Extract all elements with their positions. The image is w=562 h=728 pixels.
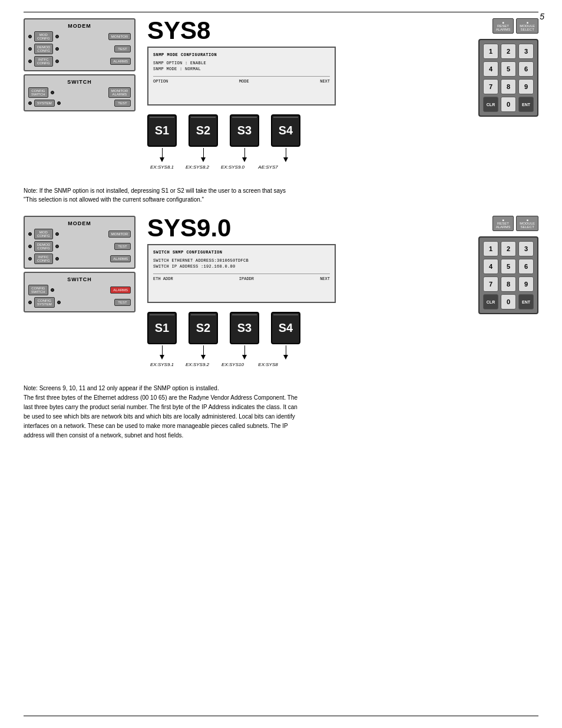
sys8-modem-rows: MODCONFG MONITOR DEMODCONFG TEST: [28, 31, 131, 67]
alarms-btn[interactable]: ALARMS: [110, 58, 131, 65]
demod-config-btn[interactable]: DEMODCONFG: [34, 44, 53, 54]
key-9[interactable]: 9: [518, 79, 534, 94]
test-btn[interactable]: TEST: [114, 45, 131, 52]
key-5[interactable]: 5: [501, 61, 516, 77]
test-btn3[interactable]: TEST: [114, 299, 131, 306]
note2-line6: address will then consist of a network, …: [24, 431, 471, 440]
sys8-screen-line2: SNMP MODE : NORMAL: [153, 67, 330, 71]
arrow-line: [286, 148, 286, 157]
panel-row: SYSTEM TEST: [28, 100, 131, 107]
key-clr[interactable]: CLR: [483, 97, 498, 112]
arrow-line: [162, 148, 163, 157]
sys9-title: SYS9.0: [147, 216, 231, 241]
sys8-ex4: AE:SYS7: [253, 164, 283, 170]
key-ent[interactable]: ENT: [518, 97, 534, 112]
key-9b[interactable]: 9: [518, 276, 534, 292]
test-btn2[interactable]: TEST: [114, 243, 131, 250]
demod-config-btn2[interactable]: DEMODCONFG: [34, 241, 53, 252]
arrow-line: [203, 148, 204, 157]
alarms-btn3[interactable]: ALARMS: [110, 286, 131, 294]
sys9-right-panel: ■RESETALARMS ■MODULESELECT 1 2 3 4 5: [462, 216, 538, 314]
sys8-s2-button[interactable]: S2: [189, 114, 218, 147]
key-clrb[interactable]: CLR: [483, 294, 498, 309]
key-8[interactable]: 8: [501, 79, 516, 94]
sys8-bottom-mode: MODE: [239, 79, 249, 84]
panel-row: INTFCCONFG ALARMS: [28, 253, 131, 264]
dot: [28, 232, 32, 236]
key-6[interactable]: 6: [518, 61, 534, 77]
key-3[interactable]: 3: [518, 44, 534, 59]
monitor-btn[interactable]: MONITOR: [108, 33, 131, 40]
sys9-s4-button[interactable]: S4: [271, 312, 300, 344]
intfc-config-btn[interactable]: INTFCCONFG: [34, 56, 53, 67]
dot: [28, 60, 32, 63]
config-switch-btn2[interactable]: CONFIGSWITCH: [28, 285, 48, 295]
dot: [55, 245, 59, 248]
key-4b[interactable]: 4: [483, 259, 498, 274]
monitor-alarms-btn[interactable]: MONITORALARMS: [108, 87, 131, 98]
dot: [28, 35, 32, 38]
monitor-btn2[interactable]: MONITOR: [108, 230, 131, 238]
key-2b[interactable]: 2: [501, 241, 516, 256]
note1-line2: "This selection is not allowed with the …: [24, 196, 204, 203]
sys8-screen-line1: SNMP OPTION : ENABLE: [153, 61, 330, 65]
config-switch-btn[interactable]: CONFIGSWITCH: [28, 87, 48, 98]
dot: [51, 288, 54, 292]
sys9-reset-alarms-btn[interactable]: ■RESETALARMS: [492, 216, 514, 231]
note2-line5: interfaces on a network. These can be us…: [24, 421, 471, 431]
sys9-ex3: EX:SYS10: [218, 362, 247, 367]
sys9-s3-arrow: [242, 345, 247, 360]
key-7b[interactable]: 7: [483, 276, 498, 292]
sys8-modem-title: MODEM: [28, 23, 131, 29]
sys8-s4-button[interactable]: S4: [271, 114, 300, 147]
key-7[interactable]: 7: [483, 79, 498, 94]
config-system-btn[interactable]: CONFIGSYSTEM: [34, 297, 55, 308]
sys8-s2-label: S2: [196, 124, 210, 137]
key-1[interactable]: 1: [483, 44, 498, 59]
key-0[interactable]: 0: [501, 97, 516, 112]
test2-btn[interactable]: TEST: [114, 100, 131, 107]
arrow-down: [242, 157, 247, 162]
key-entb[interactable]: ENT: [518, 294, 534, 309]
sys9-ex4: EX:SYS8: [253, 362, 283, 367]
sys8-ex3: EX:SYS9.0: [218, 164, 247, 170]
sys9-s2-arrow: [201, 345, 206, 360]
note2-line4: be used to see which bits are network bi…: [24, 412, 471, 421]
system-btn[interactable]: SYSTEM: [34, 100, 55, 107]
page-number: 5: [540, 12, 544, 21]
key-2[interactable]: 2: [501, 44, 516, 59]
notes-block: Note: Screens 9, 10, 11 and 12 only appe…: [24, 384, 471, 440]
alarms-btn2[interactable]: ALARMS: [110, 255, 131, 262]
sys9-bottom-eth: ETH ADDR: [153, 276, 173, 281]
sys9-s1-button[interactable]: S1: [147, 312, 177, 344]
key-8b[interactable]: 8: [501, 276, 516, 292]
dot: [28, 101, 32, 105]
sys8-module-select-btn[interactable]: ■MODULESELECT: [516, 18, 538, 34]
sys8-s1-button[interactable]: S1: [147, 114, 177, 147]
sys8-switch-panel: SWITCH CONFIGSWITCH MONITORALARMS SYSTEM…: [24, 74, 135, 111]
sys8-s1-arrow: [160, 148, 164, 162]
key-5b[interactable]: 5: [501, 259, 516, 274]
sys9-module-select-btn[interactable]: ■MODULESELECT: [516, 216, 538, 231]
sys9-s3-button[interactable]: S3: [230, 312, 259, 344]
sys8-s4-group: S4: [271, 114, 300, 162]
key-1b[interactable]: 1: [483, 241, 498, 256]
sys9-center-area: SYS9.0 SWITCH SNMP CONFIGURATION SWITCH …: [141, 216, 456, 367]
arrow-down: [160, 355, 164, 360]
key-4[interactable]: 4: [483, 61, 498, 77]
key-6b[interactable]: 6: [518, 259, 534, 274]
sys8-s3-button[interactable]: S3: [230, 114, 259, 147]
intfc-config-btn2[interactable]: INTFCCONFG: [34, 253, 53, 264]
sys8-reset-alarms-btn[interactable]: ■RESETALARMS: [492, 18, 514, 34]
mod-config-btn2[interactable]: MODCONFG: [34, 229, 53, 239]
panel-row: MODCONFG MONITOR: [28, 31, 131, 42]
sys8-section: MODEM MODCONFG MONITOR DEMODCONFG: [24, 18, 538, 174]
dot: [57, 301, 61, 304]
sys8-title: SYS8: [147, 18, 210, 43]
sys9-right-top-buttons: ■RESETALARMS ■MODULESELECT: [492, 216, 538, 231]
mod-config-btn[interactable]: MODCONFG: [34, 31, 53, 42]
arrow-line: [162, 345, 163, 355]
sys9-s2-button[interactable]: S2: [189, 312, 218, 344]
key-3b[interactable]: 3: [518, 241, 534, 256]
key-0b[interactable]: 0: [501, 294, 516, 309]
